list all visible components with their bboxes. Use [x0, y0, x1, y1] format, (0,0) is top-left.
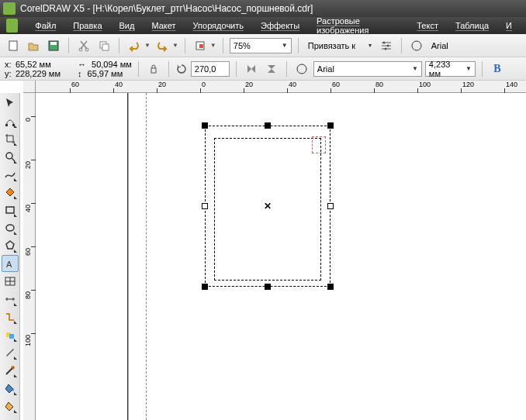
redo-button[interactable]: ▼ — [154, 37, 178, 54]
shape-tool[interactable] — [2, 112, 19, 129]
window-title: CorelDRAW X5 - [H:\Корел\Буклет_ртг\Насо… — [20, 3, 313, 14]
menu-effects[interactable]: Эффекты — [253, 19, 307, 32]
fill-tool[interactable] — [2, 380, 19, 397]
width-icon: ↔ — [78, 60, 86, 69]
menubar: Файл Правка Вид Макет Упорядочить Эффект… — [0, 17, 526, 34]
eyedropper-tool[interactable] — [2, 344, 19, 361]
menu-edit[interactable]: Правка — [65, 19, 109, 32]
snap-label: Привязать к — [308, 41, 355, 50]
handle-sw[interactable] — [202, 284, 208, 290]
separator — [138, 61, 139, 77]
polygon-tool[interactable] — [2, 237, 19, 254]
crop-tool[interactable] — [2, 130, 19, 147]
menu-view[interactable]: Вид — [112, 19, 143, 32]
coord-size: ↔ 50,094 мм ↕ 65,97 мм — [78, 60, 132, 78]
rotate-icon — [175, 63, 188, 75]
mirror-v-button[interactable] — [263, 60, 280, 77]
chevron-down-icon[interactable]: ▼ — [210, 42, 216, 49]
font-combo[interactable]: Arial — [428, 38, 521, 53]
menu-table[interactable]: Таблица — [448, 19, 497, 32]
zoom-combo[interactable]: 75% ▼ — [230, 38, 292, 53]
svg-point-19 — [6, 225, 14, 231]
snap-combo[interactable]: Привязать к ▾ — [305, 38, 375, 53]
copy-button[interactable] — [95, 37, 112, 54]
svg-rect-6 — [102, 44, 109, 50]
toolbar-standard: ▼ ▼ ▼ 75% ▼ Привязать к ▾ Arial — [0, 34, 526, 57]
chevron-down-icon: ▼ — [465, 65, 472, 72]
font-family-combo[interactable]: Arial ▼ — [313, 61, 422, 77]
svg-rect-8 — [199, 44, 203, 48]
separator — [119, 38, 119, 53]
menu-file[interactable]: Файл — [27, 19, 64, 32]
separator — [168, 61, 169, 77]
height-icon: ↕ — [78, 69, 82, 78]
menu-arrange[interactable]: Упорядочить — [185, 19, 251, 32]
separator — [482, 61, 483, 77]
handle-se[interactable] — [327, 284, 334, 290]
pick-tool[interactable] — [2, 95, 19, 112]
separator — [286, 61, 287, 77]
dimension-tool[interactable] — [2, 291, 19, 308]
undo-button[interactable]: ▼ — [126, 37, 151, 54]
open-button[interactable] — [25, 37, 42, 54]
font-size-combo[interactable]: 4,233 мм ▼ — [425, 61, 476, 77]
coord-position: x:65,52 мм y:228,229 мм — [5, 60, 61, 78]
interactive-fill-tool[interactable] — [2, 398, 19, 415]
handle-s[interactable] — [265, 284, 271, 290]
text-frame[interactable] — [214, 138, 321, 281]
menu-layout[interactable]: Макет — [144, 19, 183, 32]
ruler-corner[interactable] — [23, 81, 36, 93]
handle-n[interactable] — [265, 122, 271, 129]
canvas[interactable]: ✕ — [36, 93, 526, 420]
outline-tool[interactable] — [2, 362, 19, 379]
font-size-value: 4,233 мм — [429, 60, 462, 78]
smart-fill-tool[interactable] — [2, 184, 19, 201]
rectangle-tool[interactable] — [2, 201, 19, 219]
table-tool[interactable] — [2, 273, 19, 290]
handle-e[interactable] — [327, 203, 334, 209]
bold-button[interactable]: B — [489, 60, 506, 77]
svg-rect-18 — [6, 207, 14, 213]
handle-ne[interactable] — [327, 122, 334, 129]
separator — [68, 38, 69, 53]
rotation-input[interactable] — [191, 61, 230, 77]
chevron-down-icon: ▼ — [412, 65, 418, 72]
svg-point-12 — [412, 41, 421, 50]
font-name: Arial — [431, 41, 448, 50]
save-button[interactable] — [45, 37, 62, 54]
text-tool[interactable]: A — [2, 255, 19, 272]
freehand-tool[interactable] — [2, 166, 19, 183]
new-button[interactable] — [5, 37, 22, 54]
mirror-h-button[interactable] — [243, 60, 260, 77]
svg-rect-15 — [5, 124, 8, 126]
handle-nw[interactable] — [202, 122, 208, 129]
connector-tool[interactable] — [2, 308, 19, 325]
ellipse-tool[interactable] — [2, 219, 19, 236]
svg-point-17 — [6, 153, 12, 159]
lock-ratio-button[interactable] — [145, 60, 162, 77]
handle-w[interactable] — [202, 203, 208, 209]
svg-rect-13 — [151, 68, 156, 73]
chevron-down-icon: ▼ — [282, 42, 288, 49]
import-button[interactable]: ▼ — [192, 37, 216, 54]
chevron-down-icon: ▾ — [369, 42, 372, 49]
toolbox: A — [0, 93, 20, 420]
separator — [185, 38, 185, 53]
font-circle-icon[interactable] — [408, 37, 425, 54]
ruler-horizontal[interactable]: 60 40 20 0 20 40 60 80 100 120 140 — [23, 81, 526, 93]
menu-app-icon — [6, 19, 18, 33]
menu-text[interactable]: Текст — [409, 19, 446, 32]
options-button[interactable] — [378, 37, 395, 54]
effects-tool[interactable] — [2, 326, 19, 343]
menu-more[interactable]: И — [498, 19, 520, 32]
ruler-vertical[interactable]: 0 20 40 60 80 100 — [23, 93, 36, 420]
menu-bitmaps[interactable]: Растровые изображения — [309, 15, 407, 36]
chevron-down-icon[interactable]: ▼ — [144, 42, 151, 49]
guide-line[interactable] — [146, 93, 147, 420]
svg-text:A: A — [6, 260, 12, 269]
page-edge — [127, 93, 129, 420]
cut-button[interactable] — [75, 37, 92, 54]
font-circle-icon[interactable] — [293, 60, 310, 77]
chevron-down-icon[interactable]: ▼ — [172, 42, 178, 49]
zoom-tool[interactable] — [2, 148, 19, 165]
